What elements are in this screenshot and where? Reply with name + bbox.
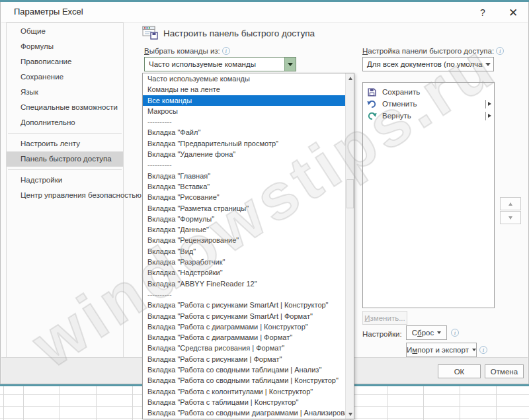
dropdown-item[interactable]: Все команды <box>143 95 345 106</box>
dropdown-item[interactable]: Вкладка "Работа со сводными таблицами | … <box>143 375 345 386</box>
dropdown-separator: ---------- <box>143 116 345 127</box>
close-icon[interactable]: ✕ <box>502 4 524 21</box>
customize-qat-icon <box>142 25 158 42</box>
reset-button[interactable]: Сброс <box>406 325 447 340</box>
qat-item-label: Вернуть <box>382 112 411 120</box>
info-icon: i <box>451 329 459 337</box>
dropdown-separator: ---------- <box>143 289 345 300</box>
arrow-down-icon <box>509 216 512 220</box>
flyout-arrow-icon[interactable] <box>485 99 491 108</box>
options-sidebar: ОбщиеФормулыПравописаниеСохранениеЯзыкСп… <box>6 22 124 357</box>
dropdown-item[interactable]: Вкладка "Предварительный просмотр" <box>143 138 345 149</box>
ok-button[interactable]: ОК <box>438 364 481 378</box>
dropdown-item[interactable]: Вкладка "Средства рисования | Формат" <box>143 343 345 353</box>
dropdown-item[interactable]: Вкладка "Работа с рисунками | Формат" <box>143 354 345 364</box>
qat-list-item[interactable]: Вернуть <box>363 110 494 122</box>
chevron-down-icon[interactable] <box>284 58 296 71</box>
save-icon <box>366 88 377 97</box>
settings-label: Настройки: <box>362 330 402 338</box>
move-up-button[interactable] <box>500 197 521 210</box>
sidebar-item[interactable]: Центр управления безопасностью <box>7 188 123 203</box>
scrollbar-thumb[interactable] <box>346 179 354 208</box>
dropdown-item[interactable]: Вкладка "Формулы" <box>143 214 345 224</box>
choose-commands-label: Выбрать команды из: i <box>144 47 230 55</box>
screenshot-root: Параметры Excel ? ✕ ОбщиеФормулыПравопис… <box>0 0 529 420</box>
undo-icon <box>366 100 377 108</box>
dialog-title: Параметры Excel <box>14 7 83 17</box>
dropdown-item[interactable]: Вкладка "Файл" <box>143 127 345 138</box>
sidebar-item[interactable]: Панель быстрого доступа <box>7 151 123 167</box>
sidebar-separator <box>8 169 122 170</box>
import-export-button[interactable]: Импорт и экспорт <box>406 343 477 357</box>
choose-commands-combobox[interactable]: Часто используемые команды <box>144 57 296 71</box>
dropdown-item[interactable]: Вкладка "Работа с рисунками SmartArt | К… <box>143 300 345 310</box>
sidebar-item[interactable]: Правописание <box>7 54 123 69</box>
commands-dropdown-list: Часто используемые командыКоманды не на … <box>142 73 354 419</box>
dropdown-item[interactable]: Вкладка "Данные" <box>143 224 345 235</box>
dropdown-item[interactable]: Вкладка "Надстройки" <box>143 267 345 278</box>
chevron-down-icon <box>472 349 476 351</box>
dropdown-item[interactable]: Вкладка "Работа с рисунками SmartArt | Ф… <box>143 311 345 321</box>
dropdown-item[interactable]: Вкладка "Вид" <box>143 246 345 257</box>
dropdown-item[interactable]: Вкладка "Работа с диаграммами | Конструк… <box>143 321 345 332</box>
combobox-value: Часто используемые команды <box>145 60 284 68</box>
qat-list-item[interactable]: Сохранить <box>363 86 494 98</box>
flyout-arrow-icon[interactable] <box>485 111 491 120</box>
dropdown-item[interactable]: Вкладка "Работа с колонтитулами | Констр… <box>143 386 345 397</box>
dialog-titlebar: Параметры Excel ? ✕ <box>1 2 528 22</box>
sidebar-item[interactable]: Специальные возможности <box>7 100 123 115</box>
info-icon: i <box>222 47 230 55</box>
sidebar-item[interactable]: Язык <box>7 85 123 100</box>
dropdown-item[interactable]: Вкладка "Разметка страницы" <box>143 203 345 214</box>
sidebar-item[interactable]: Дополнительно <box>7 115 123 130</box>
dropdown-item[interactable]: Вкладка "Работа со сводными таблицами | … <box>143 364 345 375</box>
qat-item-label: Отменить <box>382 100 417 108</box>
dropdown-item[interactable]: Вкладка "Рецензирование" <box>143 235 345 245</box>
dropdown-item[interactable]: Вкладка "ABBYY FineReader 12" <box>143 278 345 289</box>
scope-combobox[interactable]: Для всех документов (по умолчани... <box>362 57 494 71</box>
dropdown-item[interactable]: Вкладка "Удаление фона" <box>143 149 345 159</box>
cancel-button[interactable]: Отмена <box>485 364 524 378</box>
dropdown-item[interactable]: Макросы <box>143 106 345 116</box>
dropdown-item[interactable]: Вкладка "Работа со сводными диаграммами … <box>143 407 345 418</box>
sidebar-item[interactable]: Надстройки <box>7 173 123 188</box>
dropdown-separator: ---------- <box>143 159 345 170</box>
info-icon: i <box>496 47 504 55</box>
chevron-down-icon[interactable] <box>483 63 493 66</box>
chevron-down-icon <box>437 331 441 334</box>
dropdown-scrollbar[interactable] <box>345 73 354 419</box>
sidebar-item[interactable]: Формулы <box>7 39 123 54</box>
combobox-value: Для всех документов (по умолчани... <box>363 60 483 68</box>
sidebar-item[interactable]: Настроить ленту <box>7 136 123 151</box>
help-button[interactable]: ? <box>471 4 494 21</box>
dropdown-item[interactable]: Вкладка "Разработчик" <box>143 257 345 267</box>
qat-list-item[interactable]: Отменить <box>363 98 494 110</box>
dropdown-item[interactable]: Вкладка "Рисование" <box>143 192 345 202</box>
dropdown-item[interactable]: Вкладка "Работа с диаграммами | Формат" <box>143 332 345 343</box>
dropdown-item[interactable]: Команды не на ленте <box>143 84 345 95</box>
dropdown-item[interactable]: Часто используемые команды <box>143 73 345 84</box>
sidebar-item[interactable]: Сохранение <box>7 69 123 85</box>
move-down-button[interactable] <box>500 211 521 224</box>
redo-icon <box>366 112 377 120</box>
arrow-up-icon <box>509 202 512 206</box>
dropdown-item[interactable]: Вкладка "Главная" <box>143 171 345 181</box>
sidebar-separator <box>8 133 122 134</box>
modify-button[interactable]: Изменить... <box>362 311 407 325</box>
info-icon: i <box>479 346 487 354</box>
qat-commands-listbox: СохранитьОтменитьВернуть <box>362 82 495 308</box>
qat-item-label: Сохранить <box>382 88 420 96</box>
page-title: Настроить панель быстрого доступа <box>163 28 315 38</box>
window-top-edge <box>0 0 529 2</box>
scroll-up-icon[interactable] <box>346 73 354 83</box>
sidebar-item[interactable]: Общие <box>7 24 123 39</box>
dropdown-item[interactable]: Вкладка "Работа с таблицами | Конструкто… <box>143 397 345 407</box>
scroll-down-icon[interactable] <box>346 409 354 419</box>
dropdown-item[interactable]: Вкладка "Вставка" <box>143 181 345 192</box>
customize-qat-label: Настройка панели быстрого доступа: i <box>362 47 504 55</box>
